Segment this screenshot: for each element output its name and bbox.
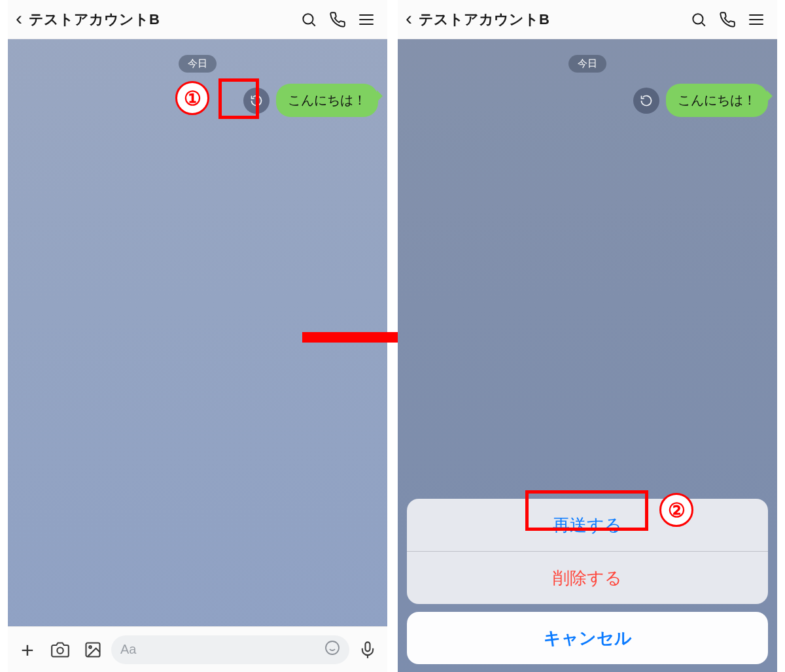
gallery-icon[interactable] — [78, 641, 107, 659]
cancel-button[interactable]: キャンセル — [407, 612, 768, 664]
call-icon[interactable] — [713, 11, 742, 28]
chat-title: テストアカウントB — [29, 10, 160, 29]
message-input[interactable]: Aa — [111, 635, 349, 664]
svg-point-5 — [326, 641, 339, 654]
search-icon[interactable] — [294, 11, 323, 28]
call-icon[interactable] — [323, 11, 352, 28]
chat-header: ‹ テストアカウントB — [8, 0, 387, 39]
resend-icon[interactable] — [633, 88, 659, 114]
sent-message-bubble[interactable]: こんにちは！ — [276, 84, 378, 117]
message-row: こんにちは！ — [633, 84, 768, 117]
annotation-badge-2: ② — [659, 493, 693, 527]
svg-point-10 — [693, 14, 703, 24]
message-input-placeholder: Aa — [120, 642, 136, 657]
svg-point-2 — [57, 647, 63, 653]
sent-message-bubble[interactable]: こんにちは！ — [666, 84, 768, 117]
chat-header: ‹ テストアカウントB — [398, 0, 777, 39]
menu-icon[interactable] — [742, 14, 771, 25]
svg-line-1 — [312, 22, 315, 25]
delete-button[interactable]: 削除する — [407, 552, 768, 604]
message-input-bar: + Aa — [8, 626, 387, 672]
message-row: こんにちは！ — [243, 84, 378, 117]
date-separator: 今日 — [568, 55, 606, 73]
svg-point-0 — [303, 14, 313, 24]
back-icon[interactable]: ‹ — [404, 8, 416, 31]
plus-icon[interactable]: + — [13, 639, 42, 661]
emoji-icon[interactable] — [324, 640, 340, 659]
annotation-box-2 — [525, 490, 648, 531]
svg-rect-8 — [366, 642, 370, 651]
menu-icon[interactable] — [352, 14, 381, 25]
camera-icon[interactable] — [46, 641, 75, 659]
chat-title: テストアカウントB — [419, 10, 550, 29]
screenshot-after: ‹ テストアカウントB 今日 こんにちは！ 再送する 削除する — [398, 0, 777, 672]
annotation-box-1 — [218, 78, 259, 119]
search-icon[interactable] — [684, 11, 713, 28]
annotation-badge-1: ① — [175, 81, 209, 115]
mic-icon[interactable] — [353, 641, 382, 659]
date-separator: 今日 — [179, 55, 217, 73]
back-icon[interactable]: ‹ — [14, 8, 26, 31]
svg-point-4 — [89, 646, 92, 648]
svg-line-11 — [702, 22, 705, 25]
